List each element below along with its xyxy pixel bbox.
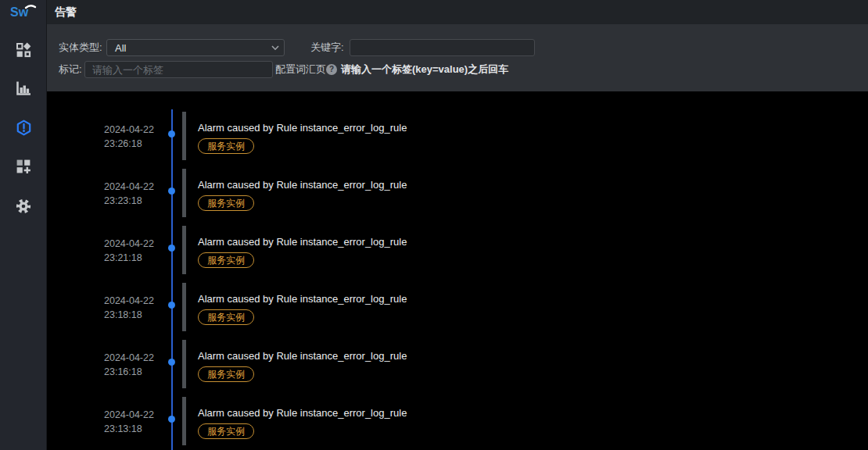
alarm-timestamp: 2024-04-22 23:26:18 — [104, 123, 154, 151]
timeline-dot — [168, 130, 175, 138]
alarm-message: Alarm caused by Rule instance_error_log_… — [198, 178, 511, 191]
entity-type-select[interactable]: All — [106, 39, 285, 56]
sidebar-item-settings[interactable] — [0, 194, 47, 219]
keyword-label: 关键字: — [310, 39, 344, 56]
alarm-scope-tag: 服务实例 — [198, 309, 254, 325]
sidebar: Sw — [0, 0, 47, 450]
alarm-hexagon-icon — [16, 120, 32, 136]
alarm-timestamp: 2024-04-22 23:13:18 — [104, 408, 154, 436]
alarm-entries: 2024-04-22 23:26:18 Alarm caused by Rule… — [47, 112, 868, 450]
page-title: 告警 — [55, 0, 77, 24]
alarm-scope-tag: 服务实例 — [198, 195, 254, 211]
alarm-scope-tag: 服务实例 — [198, 366, 254, 382]
alarm-card[interactable]: Alarm caused by Rule instance_error_log_… — [182, 283, 511, 331]
alarm-message: Alarm caused by Rule instance_error_log_… — [198, 292, 511, 305]
alarm-entry: 2024-04-22 23:16:18 Alarm caused by Rule… — [47, 340, 868, 388]
alarm-card[interactable]: Alarm caused by Rule instance_error_log_… — [182, 226, 511, 274]
timeline-dot — [168, 302, 175, 309]
alarm-date: 2024-04-22 — [104, 123, 154, 137]
alarm-message: Alarm caused by Rule instance_error_log_… — [198, 121, 511, 134]
grid-diamond-icon — [16, 42, 31, 58]
alarm-date: 2024-04-22 — [104, 408, 154, 422]
alarm-time: 23:18:18 — [104, 308, 154, 322]
alarm-card[interactable]: Alarm caused by Rule instance_error_log_… — [182, 397, 511, 445]
entity-type-label: 实体类型: — [59, 39, 102, 56]
alarm-scope-tag: 服务实例 — [198, 252, 254, 268]
alarm-entry: 2024-04-22 23:23:18 Alarm caused by Rule… — [47, 169, 868, 217]
gear-icon — [16, 198, 31, 214]
tag-input[interactable] — [84, 61, 273, 78]
chevron-down-icon — [267, 43, 284, 52]
alarm-time: 23:21:18 — [104, 251, 154, 265]
alarm-timestamp: 2024-04-22 23:23:18 — [104, 180, 154, 208]
sidebar-item-metrics[interactable] — [0, 76, 47, 101]
skywalking-logo-icon: Sw — [9, 2, 38, 21]
bar-chart-icon — [16, 80, 31, 96]
timeline-dot — [168, 188, 175, 195]
entity-type-value: All — [107, 42, 267, 54]
grid-plus-icon — [16, 159, 31, 174]
alarm-message: Alarm caused by Rule instance_error_log_… — [198, 235, 511, 248]
alarm-entry: 2024-04-22 23:21:18 Alarm caused by Rule… — [47, 226, 868, 274]
alarm-date: 2024-04-22 — [104, 351, 154, 365]
timeline-dot — [168, 416, 175, 423]
alarm-scope-tag: 服务实例 — [198, 138, 254, 154]
alarm-message: Alarm caused by Rule instance_error_log_… — [198, 406, 511, 420]
alarm-card[interactable]: Alarm caused by Rule instance_error_log_… — [182, 340, 511, 388]
alarm-entry: 2024-04-22 23:13:18 Alarm caused by Rule… — [47, 397, 868, 445]
alarm-date: 2024-04-22 — [104, 180, 154, 194]
help-question-icon[interactable]: ? — [326, 64, 337, 75]
alarm-date: 2024-04-22 — [104, 237, 154, 251]
filter-panel: 实体类型: All 关键字: 标记: 配置词汇页 ? 请输入一个标签(key=v… — [47, 24, 868, 91]
alarm-time: 23:26:18 — [104, 137, 154, 151]
alarm-time: 23:16:18 — [104, 365, 154, 379]
alarm-timestamp: 2024-04-22 23:21:18 — [104, 237, 154, 265]
sidebar-item-alarms[interactable] — [0, 115, 47, 140]
sidebar-item-dashboards[interactable] — [0, 154, 47, 179]
alarm-timestamp: 2024-04-22 23:18:18 — [104, 294, 154, 322]
alarm-card[interactable]: Alarm caused by Rule instance_error_log_… — [182, 112, 511, 160]
alarm-message: Alarm caused by Rule instance_error_log_… — [198, 349, 511, 362]
alarm-date: 2024-04-22 — [104, 294, 154, 308]
skywalking-logo[interactable]: Sw — [0, 2, 47, 22]
vocabulary-page-link[interactable]: 配置词汇页 — [275, 61, 326, 78]
page-header: 告警 — [47, 0, 868, 24]
alarm-entry: 2024-04-22 23:18:18 Alarm caused by Rule… — [47, 283, 868, 331]
alarm-timestamp: 2024-04-22 23:16:18 — [104, 351, 154, 379]
keyword-input[interactable] — [350, 39, 535, 56]
timeline-dot — [168, 245, 175, 252]
alarm-card[interactable]: Alarm caused by Rule instance_error_log_… — [182, 169, 511, 217]
tag-label: 标记: — [59, 61, 82, 78]
alarm-scope-tag: 服务实例 — [198, 423, 254, 439]
alarm-entry: 2024-04-22 23:26:18 Alarm caused by Rule… — [47, 112, 868, 160]
alarm-time: 23:23:18 — [104, 194, 154, 208]
timeline-dot — [168, 359, 175, 366]
alarm-time: 23:13:18 — [104, 422, 154, 436]
sidebar-item-marketplace[interactable] — [0, 38, 47, 62]
alarm-timeline: 2024-04-22 23:26:18 Alarm caused by Rule… — [47, 91, 868, 450]
tag-hint-text: 请输入一个标签(key=value)之后回车 — [341, 61, 508, 78]
